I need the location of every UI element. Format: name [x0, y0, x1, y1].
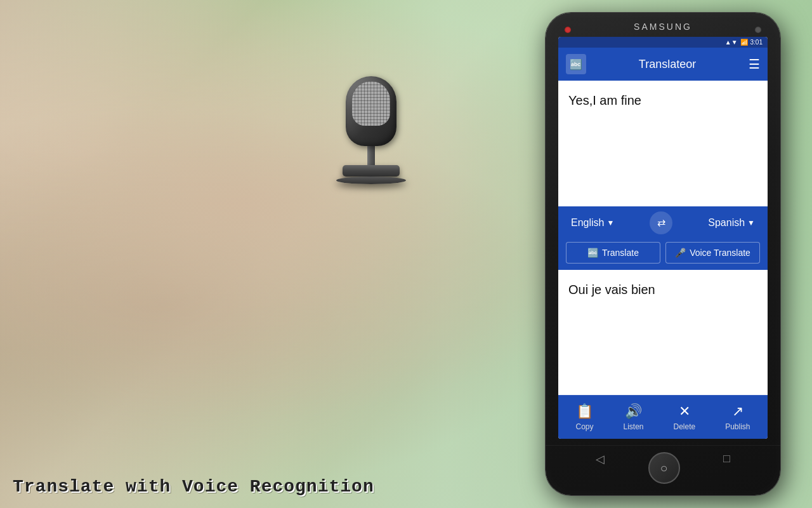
input-text-area[interactable]: Yes,I am fine	[558, 81, 768, 206]
translate-icon[interactable]: 🔤	[566, 54, 586, 74]
phone-indicator-light	[565, 27, 571, 33]
status-bar: ▲▼ 📶 3:01	[558, 37, 768, 48]
target-language-button[interactable]: Spanish ▼	[703, 215, 760, 231]
publish-label: Publish	[725, 422, 750, 431]
copy-label: Copy	[575, 422, 593, 431]
phone-frame: SAMSUNG ▲▼ 📶 3:01 🔤 Translateor ☰ Yes,I …	[546, 13, 780, 495]
source-language-button[interactable]: English ▼	[566, 215, 619, 231]
phone-top-bar: SAMSUNG	[546, 13, 780, 37]
output-text-area: Oui je vais bien	[558, 270, 768, 396]
delete-toolbar-item[interactable]: ✕ Delete	[668, 401, 700, 434]
phone-bottom: ◁ ○ □	[546, 439, 780, 495]
recent-apps-button[interactable]: □	[723, 452, 730, 484]
input-text: Yes,I am fine	[568, 93, 641, 107]
app-header: 🔤 Translateor ☰	[558, 48, 768, 81]
phone-screen: ▲▼ 📶 3:01 🔤 Translateor ☰ Yes,I am fine …	[558, 37, 768, 439]
swap-languages-button[interactable]: ⇄	[650, 211, 672, 234]
language-bar: English ▼ ⇄ Spanish ▼	[558, 206, 768, 239]
bottom-toolbar: 📋 Copy 🔊 Listen ✕ Delete ↗ Publish	[558, 395, 768, 439]
translate-btn-icon: 🔤	[587, 248, 598, 258]
mic-base-bottom	[336, 177, 406, 184]
samsung-logo: SAMSUNG	[634, 22, 692, 32]
translate-btn-label: Translate	[602, 248, 639, 258]
bottom-title: Translate with Voice Recognition	[13, 477, 374, 497]
status-signal: ▲▼	[725, 39, 738, 46]
microphone-image	[336, 76, 406, 184]
output-text: Oui je vais bien	[568, 283, 655, 297]
listen-label: Listen	[623, 422, 643, 431]
copy-icon: 📋	[576, 403, 593, 420]
source-lang-dropdown-icon: ▼	[606, 218, 614, 227]
translate-icon-glyph: 🔤	[570, 58, 582, 70]
app-title: Translateor	[593, 58, 742, 71]
phone-divider	[546, 445, 780, 446]
swap-icon: ⇄	[657, 217, 665, 229]
phone-camera	[755, 27, 761, 33]
publish-toolbar-item[interactable]: ↗ Publish	[720, 401, 755, 434]
mic-grille	[352, 81, 390, 126]
back-button[interactable]: ◁	[596, 452, 605, 484]
source-language-label: English	[571, 217, 604, 229]
action-bar: 🔤 Translate 🎤 Voice Translate	[558, 239, 768, 270]
status-time: 3:01	[750, 39, 763, 46]
listen-icon: 🔊	[625, 403, 642, 420]
home-button[interactable]: ○	[648, 452, 680, 484]
listen-toolbar-item[interactable]: 🔊 Listen	[618, 401, 648, 434]
mic-neck	[367, 146, 375, 165]
voice-translate-label: Voice Translate	[690, 248, 750, 258]
publish-icon: ↗	[732, 403, 743, 420]
menu-icon[interactable]: ☰	[749, 57, 760, 72]
delete-label: Delete	[673, 422, 695, 431]
voice-translate-button[interactable]: 🎤 Voice Translate	[665, 242, 760, 264]
delete-icon: ✕	[679, 403, 690, 420]
target-lang-dropdown-icon: ▼	[747, 218, 755, 227]
voice-translate-icon: 🎤	[675, 248, 686, 258]
home-icon: ○	[660, 461, 668, 476]
translate-button[interactable]: 🔤 Translate	[566, 242, 660, 264]
mic-base	[343, 165, 400, 177]
copy-toolbar-item[interactable]: 📋 Copy	[570, 401, 598, 434]
status-wifi: 📶	[740, 39, 748, 46]
nav-bar: ◁ ○ □	[574, 452, 752, 484]
target-language-label: Spanish	[708, 217, 745, 229]
